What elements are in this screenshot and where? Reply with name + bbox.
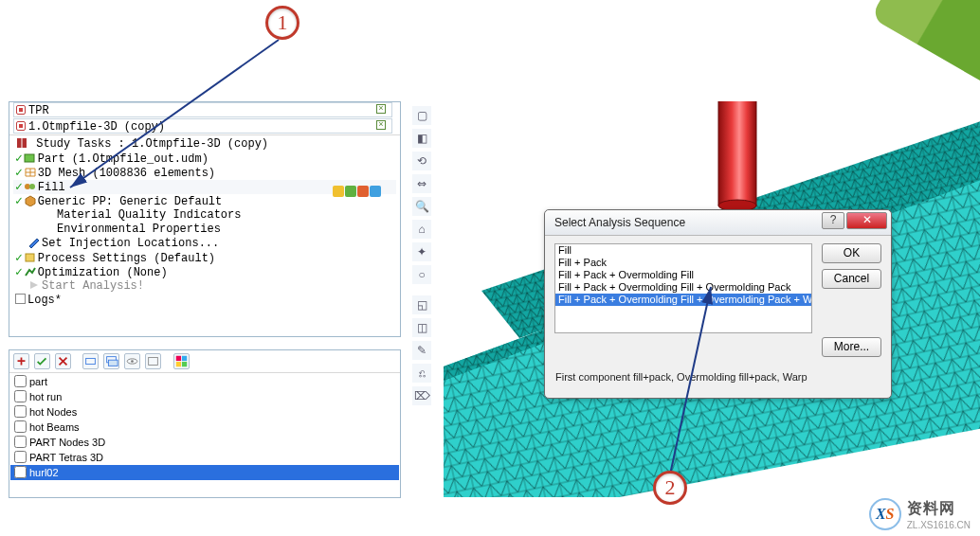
tree-row[interactable]: ✓Optimization (None) (13, 265, 396, 279)
toolbar-button[interactable] (124, 353, 140, 369)
check-icon: ✓ (15, 194, 23, 208)
tool-button[interactable]: ✦ (412, 242, 431, 261)
layer-row[interactable]: hot run (10, 389, 399, 404)
tool-button[interactable]: ⟲ (412, 152, 431, 170)
tab-tpr[interactable]: TPR× (13, 102, 392, 117)
tool-button[interactable]: ◫ (412, 318, 431, 337)
watermark-logo: XS (869, 498, 901, 530)
button-label: Cancel (834, 272, 869, 285)
eye-icon (125, 354, 139, 368)
list-item[interactable]: Fill + Pack + Overmolding Fill (555, 269, 811, 281)
tree-row[interactable]: ✓Process Settings (Default) (13, 251, 396, 265)
list-item[interactable]: Fill + Pack + Overmolding Fill + Overmol… (555, 294, 811, 306)
tab-otmpfile[interactable]: 1.Otmpfile-3D (copy)× (13, 118, 392, 134)
layer-row[interactable]: hurl02 (10, 465, 399, 480)
tool-button[interactable]: 🔍 (412, 197, 431, 216)
toolbar-button[interactable] (82, 353, 99, 369)
dialog-titlebar[interactable]: Select Analysis Sequence ? ✕ (545, 210, 891, 236)
button-label: More... (834, 340, 869, 353)
checkbox[interactable] (14, 436, 27, 448)
annotation-1: 1 (265, 6, 299, 40)
layer-row[interactable]: part (10, 374, 399, 389)
study-panel: TPR× 1.Otmpfile-3D (copy)× Study Tasks :… (9, 101, 401, 337)
study-tree: Study Tasks : 1.Otmpfile-3D (copy) ✓Part… (9, 135, 400, 310)
toolbar-button[interactable] (55, 353, 71, 369)
cancel-button[interactable]: Cancel (822, 269, 881, 289)
checkbox[interactable] (14, 405, 27, 418)
layer-row[interactable]: hot Beams (10, 420, 399, 435)
tree-label: Logs* (27, 294, 62, 307)
checkbox[interactable] (14, 375, 27, 387)
layer-label: PART Nodes 3D (29, 437, 105, 448)
tree-row[interactable]: Logs* (13, 294, 396, 308)
layer-row[interactable]: PART Nodes 3D (10, 435, 399, 450)
tree-label: Fill (38, 181, 65, 194)
checkbox[interactable] (14, 451, 27, 463)
layer-label: part (29, 376, 47, 387)
tree-label: 3D Mesh (1008836 elements) (38, 167, 215, 180)
close-icon[interactable]: × (376, 104, 386, 114)
list-item[interactable]: Fill + Pack (555, 257, 811, 269)
watermark-text: 资料网 ZL.XS1616.CN (907, 499, 971, 530)
toolbar-button[interactable] (103, 353, 119, 369)
check-icon: ✓ (15, 265, 23, 279)
watermark-url: ZL.XS1616.CN (907, 520, 971, 530)
svg-rect-11 (182, 356, 187, 361)
annotation-2: 2 (653, 471, 687, 505)
layer-label: hot Beams (29, 421, 80, 433)
tool-button[interactable]: ⌂ (412, 220, 431, 239)
check-icon: ✓ (15, 166, 23, 180)
tree-row[interactable]: Set Injection Locations... (13, 237, 396, 251)
tree-label: Generic PP: Generic Default (38, 195, 222, 208)
tool-button[interactable]: ◧ (412, 129, 431, 148)
optimize-icon (24, 266, 37, 277)
layer-row[interactable]: hot Nodes (10, 404, 399, 420)
checkbox[interactable] (14, 390, 27, 402)
tab-bar: TPR× 1.Otmpfile-3D (copy)× (9, 102, 400, 135)
tool-button[interactable]: ⎌ (412, 364, 431, 383)
tree-row[interactable]: ✓Part (1.Otmpfile_out.udm) (13, 152, 396, 166)
tree-row[interactable]: Environmental Properties (13, 223, 396, 237)
toolbar-button[interactable] (13, 353, 29, 369)
part-icon (24, 152, 37, 164)
tool-button[interactable]: ○ (412, 265, 431, 284)
tool-button[interactable]: ⇔ (412, 174, 431, 193)
checkbox[interactable] (14, 466, 27, 478)
close-button[interactable]: ✕ (846, 212, 887, 229)
layer-row[interactable]: PART Tetras 3D (10, 450, 399, 465)
tree-row[interactable]: Material Quality Indicators (13, 208, 396, 223)
close-icon[interactable]: × (376, 120, 386, 130)
palette-icon (174, 354, 189, 368)
svg-point-2 (29, 184, 35, 189)
toolbar-button[interactable] (173, 353, 190, 369)
study-title: Study Tasks : 1.Otmpfile-3D (copy) (36, 137, 268, 151)
tree-label: Start Analysis! (42, 279, 144, 293)
checkbox[interactable] (15, 294, 26, 304)
sequence-listbox[interactable]: Fill Fill + Pack Fill + Pack + Overmoldi… (554, 243, 812, 333)
more-button[interactable]: More... (822, 337, 881, 357)
svg-rect-0 (25, 154, 34, 162)
list-label: Fill + Pack + Overmolding Fill + Overmol… (558, 281, 790, 293)
tool-button[interactable]: ✎ (412, 341, 431, 360)
study-title-row[interactable]: Study Tasks : 1.Otmpfile-3D (copy) (13, 137, 396, 152)
help-button[interactable]: ? (822, 212, 844, 229)
ok-button[interactable]: OK (822, 243, 881, 263)
svg-rect-17 (718, 101, 756, 205)
tree-row[interactable]: Start Analysis! (13, 279, 396, 294)
material-icon (24, 195, 37, 206)
settings-icon (24, 252, 37, 263)
tool-button[interactable]: ▢ (412, 106, 431, 125)
tool-button[interactable]: ⌦ (412, 386, 431, 405)
toolbar-button[interactable] (145, 353, 161, 369)
list-item[interactable]: Fill + Pack + Overmolding Fill + Overmol… (555, 281, 811, 294)
svg-rect-10 (175, 356, 180, 361)
checkbox[interactable] (14, 420, 27, 433)
annotation-label: 1 (278, 10, 288, 34)
list-item[interactable]: Fill (555, 244, 811, 257)
list-label: Fill (558, 244, 572, 256)
toolbar-button[interactable] (34, 353, 50, 369)
tool-button[interactable]: ◱ (412, 295, 431, 314)
layer-label: hurl02 (29, 467, 59, 478)
vertical-toolbar: ▢ ◧ ⟲ ⇔ 🔍 ⌂ ✦ ○ ◱ ◫ ✎ ⎌ ⌦ (412, 106, 435, 409)
tree-row[interactable]: ✓3D Mesh (1008836 elements) (13, 166, 396, 180)
